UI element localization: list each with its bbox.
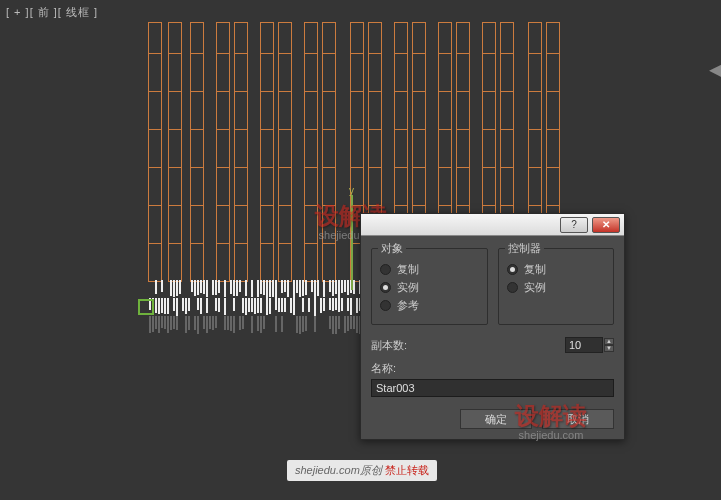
wire-column [168, 22, 182, 282]
close-button[interactable]: ✕ [592, 217, 620, 233]
footer-tag: shejiedu.com原创禁止转载 [287, 460, 437, 481]
name-label: 名称: [371, 362, 396, 374]
group-controller: 控制器 复制 实例 [498, 248, 615, 325]
wire-column [190, 22, 204, 282]
dialog-titlebar[interactable]: ? ✕ [361, 214, 624, 236]
radio-object-instance[interactable]: 实例 [380, 280, 479, 295]
radio-controller-copy[interactable]: 复制 [507, 262, 606, 277]
name-input[interactable] [371, 379, 614, 397]
wire-column [322, 22, 336, 282]
watermark: 设解读 shejiedu.com [515, 400, 587, 441]
help-button[interactable]: ? [560, 217, 588, 233]
radio-icon [507, 264, 518, 275]
wire-column [148, 22, 162, 282]
spin-up-icon[interactable]: ▲ [604, 338, 614, 345]
wire-column [234, 22, 248, 282]
copies-spinner[interactable]: ▲▼ [565, 337, 614, 353]
viewport-label[interactable]: [ + ][ 前 ][ 线框 ] [6, 5, 98, 20]
radio-icon [380, 282, 391, 293]
radio-icon [380, 300, 391, 311]
axis-handle[interactable] [138, 299, 154, 315]
group-object-legend: 对象 [378, 241, 406, 256]
radio-object-reference[interactable]: 参考 [380, 298, 479, 313]
wire-column [304, 22, 318, 282]
group-controller-legend: 控制器 [505, 241, 544, 256]
group-object: 对象 复制 实例 参考 [371, 248, 488, 325]
radio-icon [507, 282, 518, 293]
radio-object-copy[interactable]: 复制 [380, 262, 479, 277]
wire-column [216, 22, 230, 282]
radio-icon [380, 264, 391, 275]
spin-down-icon[interactable]: ▼ [604, 345, 614, 352]
copies-label: 副本数: [371, 338, 407, 353]
copies-input[interactable] [565, 337, 603, 353]
nav-arrow-icon[interactable]: ◀ [709, 60, 721, 79]
radio-controller-instance[interactable]: 实例 [507, 280, 606, 295]
wire-column [278, 22, 292, 282]
wire-column [260, 22, 274, 282]
